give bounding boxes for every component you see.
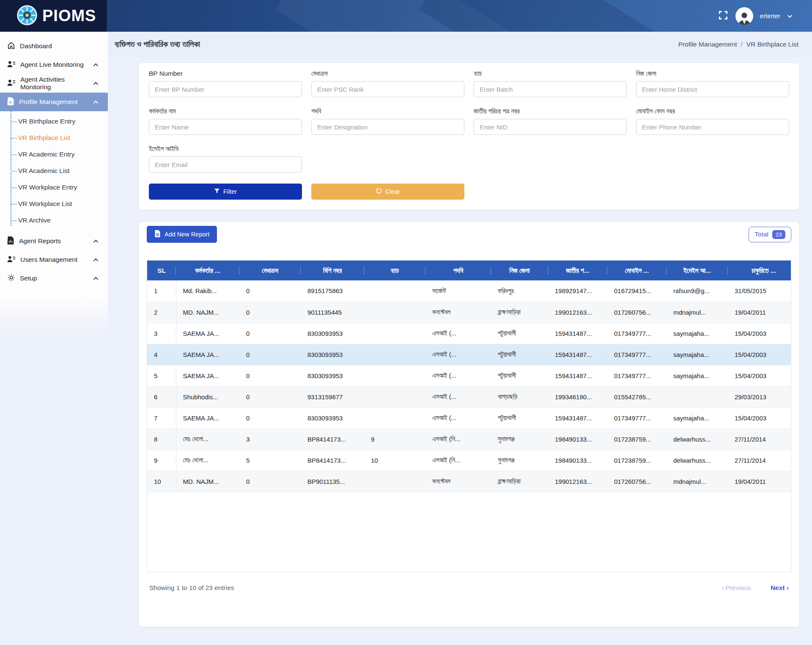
- table-row[interactable]: 3SAEMA JA...08303093953এসআই (...পটুয়াখা…: [147, 323, 791, 344]
- field-label: ব্যাচ: [474, 70, 627, 77]
- add-new-report-button[interactable]: Add New Report: [147, 226, 217, 243]
- table-row[interactable]: 4SAEMA JA...08303093953এসআই (...পটুয়াখা…: [147, 344, 791, 365]
- column-header-0[interactable]: SL: [147, 261, 176, 280]
- column-header-3[interactable]: বিপি নম্বর: [301, 261, 364, 280]
- table-cell: 29/03/2013: [728, 386, 791, 407]
- table-cell: পটুয়াখালী: [491, 344, 548, 365]
- table-cell: Md. Rakib...: [176, 280, 239, 302]
- table-cell: 199012163...: [548, 302, 607, 323]
- sidebar-item-setup[interactable]: Setup: [0, 269, 108, 288]
- enter-psc-rank-input[interactable]: [311, 81, 464, 97]
- enter-email-input[interactable]: [149, 156, 302, 173]
- table-row[interactable]: 5SAEMA JA...08303093953এসআই (...পটুয়াখা…: [147, 365, 791, 386]
- table-row[interactable]: 1Md. Rakib...08915175863সার্জেন্টফরিদপুর…: [147, 280, 791, 302]
- column-header-6[interactable]: নিজ জেলা: [491, 261, 548, 280]
- sidebar-subitem-vr-archive[interactable]: VR Archive: [0, 212, 108, 228]
- enter-nid-input[interactable]: [474, 119, 627, 135]
- undo-icon: [376, 188, 382, 195]
- fullscreen-icon[interactable]: [718, 10, 729, 22]
- column-header-7[interactable]: জাতীয় প...: [548, 261, 607, 280]
- table-cell: এসআই (নি...: [425, 428, 491, 450]
- sidebar-subitem-vr-birthplace-entry[interactable]: VR Birthplace Entry: [0, 113, 108, 129]
- filter-button[interactable]: Filter: [149, 184, 302, 200]
- home-icon: [7, 41, 15, 51]
- filter-fields: BP Numberমেধাক্রমব্যাচনিজ জেলাকর্মকর্তার…: [149, 70, 789, 173]
- sidebar-item-agent-activities-monitoring[interactable]: Agent Activities Monitoring: [0, 74, 108, 93]
- enter-home-district-input[interactable]: [636, 81, 789, 97]
- table-cell: [364, 344, 425, 365]
- table-cell: saymajaha...: [667, 344, 728, 365]
- table-cell: 1: [147, 280, 176, 302]
- table-cell: 15/04/2003: [728, 407, 791, 428]
- clear-button[interactable]: Clear: [311, 184, 464, 200]
- column-header-10[interactable]: চাকুরিতে ...: [728, 261, 791, 280]
- table-cell: 159431487...: [548, 407, 607, 428]
- column-header-1[interactable]: কর্মকর্তার ...: [176, 261, 239, 280]
- column-header-2[interactable]: মেধাক্রম: [239, 261, 301, 280]
- sidebar-item-dashboard[interactable]: Dashboard: [0, 37, 108, 55]
- table-row[interactable]: 6Shubhodis...09313159677এসআই (...খাগড়াছ…: [147, 386, 791, 407]
- table-cell: SAEMA JA...: [176, 365, 239, 386]
- sidebar-subitem-vr-workplace-list[interactable]: VR Workplace List: [0, 195, 108, 212]
- brand: PIOMS: [0, 0, 108, 32]
- previous-page-link[interactable]: ‹ Previous: [721, 584, 751, 592]
- user-avatar[interactable]: [735, 7, 753, 25]
- field-label: BP Number: [149, 70, 302, 77]
- filter-field-enter-nid: জাতীয় পরিচয় পত্র নম্বর: [474, 107, 627, 135]
- enter-batch-input[interactable]: [474, 81, 627, 97]
- table-cell: 9011135445: [301, 302, 364, 323]
- sidebar-subitem-vr-workplace-entry[interactable]: VR Workplace Entry: [0, 179, 108, 195]
- sidebar-subitem-vr-academic-entry[interactable]: VR Academic Entry: [0, 146, 108, 162]
- table-cell: delwarhuss...: [667, 450, 728, 471]
- table-cell: 9: [364, 428, 425, 450]
- table-cell: 0: [239, 471, 301, 492]
- table-row[interactable]: 9মোঃ দেলো...5BP8414173...10এসআই (নি...সু…: [147, 450, 791, 471]
- next-page-link[interactable]: Next ›: [771, 584, 789, 592]
- column-header-9[interactable]: ইমেইল আ...: [667, 261, 728, 280]
- table-cell: SAEMA JA...: [176, 407, 239, 428]
- topbar-background: erterter: [108, 0, 812, 32]
- pagination: ‹ Previous Next ›: [721, 584, 789, 592]
- breadcrumb-strip: ব্যক্তিগত ও পারিবারিক তথ্য তালিকা Profil…: [108, 32, 812, 57]
- column-header-5[interactable]: পদবি: [425, 261, 491, 280]
- sidebar-subitem-vr-birthplace-list[interactable]: VR Birthplace List: [0, 129, 108, 146]
- table-cell: 0: [239, 280, 301, 302]
- field-label: মেধাক্রম: [311, 70, 464, 77]
- table-cell: 27/11/2014: [728, 450, 791, 471]
- sidebar-item-profile-management[interactable]: Profile Management: [0, 93, 108, 111]
- username[interactable]: erterter: [760, 12, 780, 19]
- breadcrumb-item-profile-management[interactable]: Profile Management: [678, 41, 737, 48]
- sidebar-item-agent-live-monitoring[interactable]: Agent Live Monitoring: [0, 55, 108, 74]
- table-row[interactable]: 2MD. NAJM...09011135445কনস্টেবলব্রাহ্মণব…: [147, 302, 791, 323]
- sidebar-item-agent-reports[interactable]: Agent Reports: [0, 232, 108, 250]
- sidebar-item-users-management[interactable]: Users Management: [0, 250, 108, 269]
- table-cell: MD. NAJM...: [176, 302, 239, 323]
- table-row[interactable]: 8মোঃ দেলো...3BP8414173...9এসআই (নি...সুন…: [147, 428, 791, 450]
- enter-bp-number-input[interactable]: [149, 81, 302, 97]
- table-cell: 8915175863: [301, 280, 364, 302]
- filter-field-enter-psc-rank: মেধাক্রম: [311, 70, 464, 97]
- table-row[interactable]: 10MD. NAJM...0BP9011135...কনস্টেবলব্রাহ্…: [147, 471, 791, 492]
- table-cell: [364, 407, 425, 428]
- table-cell: 0: [239, 386, 301, 407]
- table-cell: [364, 365, 425, 386]
- table-cell: mdnajmul...: [667, 302, 728, 323]
- column-header-4[interactable]: ব্যাচ: [364, 261, 425, 280]
- enter-name-input[interactable]: [149, 119, 302, 135]
- topbar: PIOMS erterter: [0, 0, 812, 32]
- table-cell: 15/04/2003: [728, 323, 791, 344]
- chevron-down-icon[interactable]: [787, 12, 793, 20]
- enter-phone-number-input[interactable]: [636, 119, 789, 135]
- breadcrumb: Profile Management / VR Birthplace List: [678, 41, 798, 48]
- table-cell: পটুয়াখালী: [491, 323, 548, 344]
- table-cell: 31/05/2015: [728, 280, 791, 302]
- table-body: 1Md. Rakib...08915175863সার্জেন্টফরিদপুর…: [147, 280, 791, 492]
- table-row[interactable]: 7SAEMA JA...08303093953এসআই (...পটুয়াখা…: [147, 407, 791, 428]
- app-logo-text: PIOMS: [42, 7, 96, 25]
- enter-designation-input[interactable]: [311, 119, 464, 135]
- total-badge: Total 23: [749, 227, 791, 242]
- table-cell: 8: [147, 428, 176, 450]
- sidebar-subitem-vr-academic-list[interactable]: VR Academic List: [0, 162, 108, 179]
- column-header-8[interactable]: মোবাইল ...: [607, 261, 667, 280]
- table-cell: সুনামগঞ্জ: [491, 428, 548, 450]
